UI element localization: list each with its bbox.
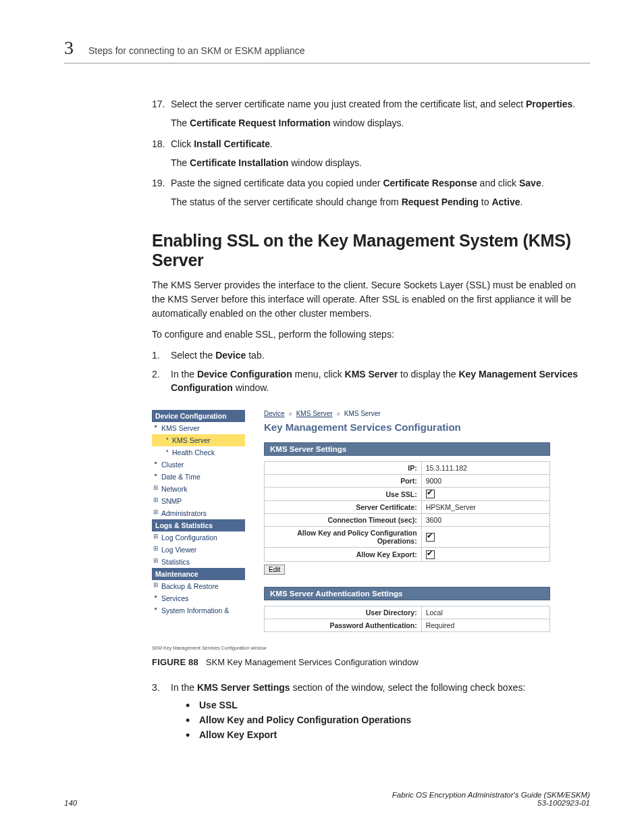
val-ip: 15.3.111.182	[421, 461, 549, 474]
doc-title: Fabric OS Encryption Administrator's Gui…	[392, 791, 590, 799]
crumb-current: KMS Server	[344, 410, 381, 417]
val-pwauth: Required	[421, 619, 549, 632]
page-footer: 140 Fabric OS Encryption Administrator's…	[64, 791, 590, 807]
step-18: 18. Click Install Certificate.	[152, 137, 583, 151]
step-sub: The Certificate Installation window disp…	[171, 156, 583, 170]
lead-in: To configure and enable SSL, perform the…	[152, 328, 583, 342]
chapter-title: Steps for connecting to an SKM or ESKM a…	[88, 45, 305, 56]
auth-table: User Directory:Local Password Authentica…	[264, 606, 550, 632]
nav-item-cluster[interactable]: Cluster	[152, 459, 245, 471]
bullet-item: Allow Key and Policy Configuration Opera…	[186, 714, 583, 725]
edit-button[interactable]: Edit	[264, 565, 285, 575]
lbl-ip: IP:	[265, 461, 422, 474]
nav-item-kmsserver[interactable]: KMS Server	[152, 422, 245, 434]
step-bold: Properties	[526, 99, 572, 109]
step-2: 2. In the Device Configuration menu, cli…	[152, 367, 583, 395]
checkbox-usessl[interactable]	[426, 490, 435, 498]
nav-sub-healthcheck[interactable]: Health Check	[152, 446, 245, 459]
lbl-port: Port:	[265, 474, 422, 487]
figure-caption: FIGURE 88 SKM Key Management Services Co…	[152, 657, 583, 667]
nav-item-datetime[interactable]: Date & Time	[152, 471, 245, 483]
step-number: 19.	[152, 176, 171, 190]
breadcrumb: Device » KMS Server » KMS Server	[264, 410, 550, 417]
step-number: 18.	[152, 137, 171, 151]
nav-item-network[interactable]: Network	[152, 483, 245, 495]
nav-sub-kmsserver[interactable]: KMS Server	[152, 434, 245, 446]
step-text: .	[572, 99, 575, 109]
checkbox-bullet-list: Use SSL Allow Key and Policy Configurati…	[186, 700, 583, 740]
bullet-item: Allow Key Export	[186, 729, 583, 740]
panel-auth-settings: KMS Server Authentication Settings User …	[264, 587, 550, 632]
nav-item-backup[interactable]: Backup & Restore	[152, 580, 245, 592]
step-1: 1. Select the Device tab.	[152, 348, 583, 362]
page-title: Key Management Services Configuration	[264, 421, 550, 433]
chapter-number: 3	[64, 37, 74, 59]
val-userdir: Local	[421, 606, 549, 619]
lbl-allowke: Allow Key Export:	[265, 548, 422, 562]
part-number: 53-1002923-01	[537, 799, 590, 807]
nav-item-snmp[interactable]: SNMP	[152, 495, 245, 507]
figure-screenshot: Device Configuration KMS Server KMS Serv…	[152, 410, 550, 650]
lbl-cert: Server Certificate:	[265, 501, 422, 514]
page-number: 140	[64, 799, 77, 807]
panel-header: KMS Server Authentication Settings	[264, 587, 550, 600]
lbl-pwauth: Password Authentication:	[265, 619, 422, 632]
step-19: 19. Paste the signed certificate data yo…	[152, 176, 583, 190]
tiny-caption: SKM Key Management Services Configuratio…	[152, 646, 550, 650]
step-3: 3. In the KMS Server Settings section of…	[152, 681, 583, 694]
step-17: 17. Select the server certificate name y…	[152, 97, 583, 111]
nav-section-header: Maintenance	[152, 568, 245, 580]
checkbox-allowke[interactable]	[426, 550, 435, 559]
val-port: 9000	[421, 474, 549, 487]
nav-item-sysinfo[interactable]: System Information &	[152, 604, 245, 617]
panel-header: KMS Server Settings	[264, 442, 550, 456]
step-text: Select the server certificate name you j…	[171, 99, 526, 109]
checkbox-allowkp[interactable]	[426, 533, 435, 542]
nav-item-logviewer[interactable]: Log Viewer	[152, 544, 245, 556]
nav-item-logconfig[interactable]: Log Configuration	[152, 531, 245, 544]
settings-table: IP:15.3.111.182 Port:9000 Use SSL: Serve…	[264, 461, 550, 562]
intro-paragraph: The KMS Server provides the interface to…	[152, 278, 583, 321]
step-number: 17.	[152, 97, 171, 111]
step-sub: The Certificate Request Information wind…	[171, 116, 583, 130]
nav-section-header: Device Configuration	[152, 410, 245, 422]
crumb-kms[interactable]: KMS Server	[296, 410, 333, 417]
lbl-userdir: User Directory:	[265, 606, 422, 619]
lbl-timeout: Connection Timeout (sec):	[265, 514, 422, 527]
running-header: 3 Steps for connecting to an SKM or ESKM…	[64, 37, 590, 63]
val-timeout: 3600	[421, 514, 549, 527]
lbl-allowkp: Allow Key and Policy Configuration Opera…	[265, 527, 422, 548]
nav-item-admins[interactable]: Administrators	[152, 507, 245, 519]
nav-sidebar: Device Configuration KMS Server KMS Serv…	[152, 410, 245, 617]
val-cert: HPSKM_Server	[421, 501, 549, 514]
step-sub: The status of the server certificate sho…	[171, 195, 583, 209]
section-heading: Enabling SSL on the Key Management Syste…	[152, 231, 583, 270]
panel-kms-settings: KMS Server Settings IP:15.3.111.182 Port…	[264, 442, 550, 575]
nav-item-statistics[interactable]: Statistics	[152, 556, 245, 568]
bullet-item: Use SSL	[186, 700, 583, 710]
lbl-usessl: Use SSL:	[265, 487, 422, 501]
crumb-device[interactable]: Device	[264, 410, 285, 417]
nav-section-header: Logs & Statistics	[152, 519, 245, 531]
nav-item-services[interactable]: Services	[152, 592, 245, 604]
